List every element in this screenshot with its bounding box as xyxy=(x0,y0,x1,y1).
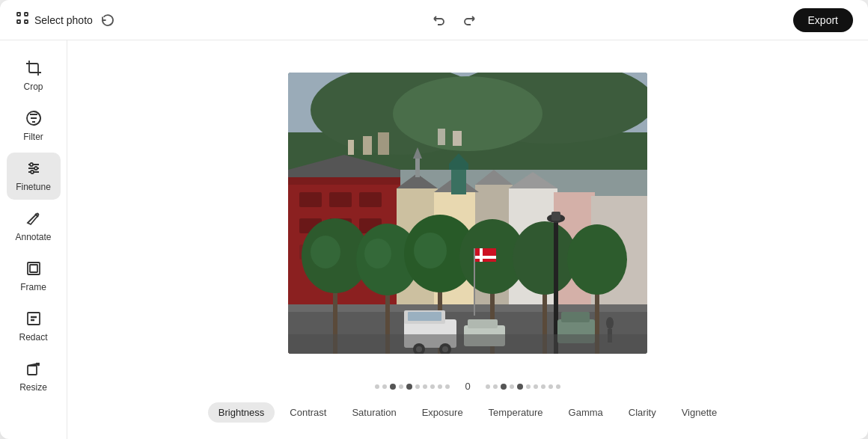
finetune-icon xyxy=(25,160,42,179)
select-frame-icon xyxy=(15,10,30,29)
svg-point-23 xyxy=(393,76,542,151)
export-button[interactable]: Export xyxy=(793,8,853,32)
svg-point-72 xyxy=(414,233,447,268)
slider-dot xyxy=(534,384,538,389)
resize-label: Resize xyxy=(19,382,47,393)
slider-dot xyxy=(526,384,531,389)
svg-rect-87 xyxy=(474,248,475,316)
sidebar-item-filter[interactable]: Filter xyxy=(7,102,61,150)
slider-dot xyxy=(541,384,545,389)
svg-rect-84 xyxy=(468,319,498,328)
sidebar-item-redact[interactable]: Redact xyxy=(7,303,61,350)
svg-rect-16 xyxy=(28,366,37,375)
slider-dot xyxy=(510,384,514,389)
redact-label: Redact xyxy=(19,332,47,343)
crop-icon xyxy=(25,60,42,79)
svg-rect-31 xyxy=(288,177,400,185)
slider-dot xyxy=(548,384,553,389)
svg-rect-28 xyxy=(453,131,462,146)
tab-vignette[interactable]: Vignette xyxy=(671,402,727,423)
tab-exposure[interactable]: Exposure xyxy=(412,402,474,423)
slider-dot xyxy=(430,384,435,389)
tab-gamma[interactable]: Gamma xyxy=(558,402,614,423)
svg-rect-24 xyxy=(348,140,354,155)
slider-dots-right xyxy=(486,384,560,390)
svg-rect-90 xyxy=(480,248,483,262)
svg-point-69 xyxy=(567,224,627,295)
slider-dot xyxy=(493,384,498,389)
sidebar-item-frame[interactable]: Frame xyxy=(7,253,61,300)
svg-rect-32 xyxy=(299,192,322,207)
slider-dot-active xyxy=(406,384,412,390)
svg-rect-54 xyxy=(449,164,468,170)
slider-dot-active xyxy=(390,384,396,390)
slider-dot xyxy=(415,384,420,389)
frame-label: Frame xyxy=(20,282,46,292)
svg-rect-33 xyxy=(329,192,352,207)
svg-point-70 xyxy=(311,236,340,268)
sidebar-item-crop[interactable]: Crop xyxy=(7,52,61,99)
annotate-icon xyxy=(25,210,42,229)
tab-saturation[interactable]: Saturation xyxy=(341,402,406,423)
main-content: Crop Filter xyxy=(0,40,868,439)
redo-button[interactable] xyxy=(459,10,480,31)
slider-dot xyxy=(445,384,450,389)
undo-button[interactable] xyxy=(428,10,449,31)
header: Select photo xyxy=(0,0,868,40)
svg-rect-89 xyxy=(475,256,496,259)
svg-rect-12 xyxy=(30,265,37,272)
svg-rect-86 xyxy=(561,312,590,322)
tab-temperature[interactable]: Temperature xyxy=(478,402,554,423)
svg-rect-75 xyxy=(551,212,560,221)
svg-point-91 xyxy=(606,317,614,329)
svg-rect-78 xyxy=(408,312,441,321)
svg-rect-1 xyxy=(25,13,28,16)
svg-point-9 xyxy=(34,167,37,170)
slider-dot xyxy=(382,384,387,389)
svg-rect-13 xyxy=(28,313,40,325)
slider-dot xyxy=(438,384,442,389)
history-button[interactable] xyxy=(100,13,115,28)
sidebar-item-resize[interactable]: Resize xyxy=(7,353,61,400)
resize-icon xyxy=(25,360,42,379)
slider-dot-active xyxy=(501,384,507,390)
frame-icon xyxy=(25,260,42,279)
slider-dots-left xyxy=(375,384,450,390)
header-left: Select photo xyxy=(15,10,115,29)
slider-value: 0 xyxy=(459,381,477,392)
svg-point-71 xyxy=(364,239,391,268)
svg-rect-26 xyxy=(378,132,389,155)
slider-dot xyxy=(375,384,379,389)
svg-rect-0 xyxy=(17,13,20,16)
slider-dot-active xyxy=(517,384,523,390)
slider-dot xyxy=(399,384,403,389)
photo-svg xyxy=(288,73,647,354)
slider-dot xyxy=(486,384,490,389)
svg-point-10 xyxy=(31,171,34,174)
annotate-label: Annotate xyxy=(15,232,51,242)
crop-label: Crop xyxy=(23,82,43,92)
canvas-area: 0 Brightness Contrast Satu xyxy=(67,40,868,439)
svg-rect-3 xyxy=(25,20,28,23)
tab-contrast[interactable]: Contrast xyxy=(279,402,337,423)
svg-rect-25 xyxy=(363,136,372,155)
sidebar-item-annotate[interactable]: Annotate xyxy=(7,203,61,250)
photo-container xyxy=(67,49,868,376)
select-photo-button[interactable]: Select photo xyxy=(15,10,93,29)
filter-label: Filter xyxy=(23,132,43,142)
svg-rect-93 xyxy=(288,334,647,354)
svg-rect-2 xyxy=(17,20,20,23)
finetune-label: Finetune xyxy=(16,182,51,192)
tab-brightness[interactable]: Brightness xyxy=(208,402,275,423)
redact-icon xyxy=(25,310,42,329)
slider-dot xyxy=(423,384,427,389)
sidebar-item-finetune[interactable]: Finetune xyxy=(7,153,61,200)
header-right: Export xyxy=(793,8,853,32)
svg-rect-53 xyxy=(451,166,466,194)
photo-image xyxy=(288,73,647,354)
header-center xyxy=(115,10,793,31)
slider-dot xyxy=(556,384,560,389)
svg-rect-51 xyxy=(415,159,420,177)
sidebar: Crop Filter xyxy=(0,40,67,439)
tab-clarity[interactable]: Clarity xyxy=(618,402,667,423)
